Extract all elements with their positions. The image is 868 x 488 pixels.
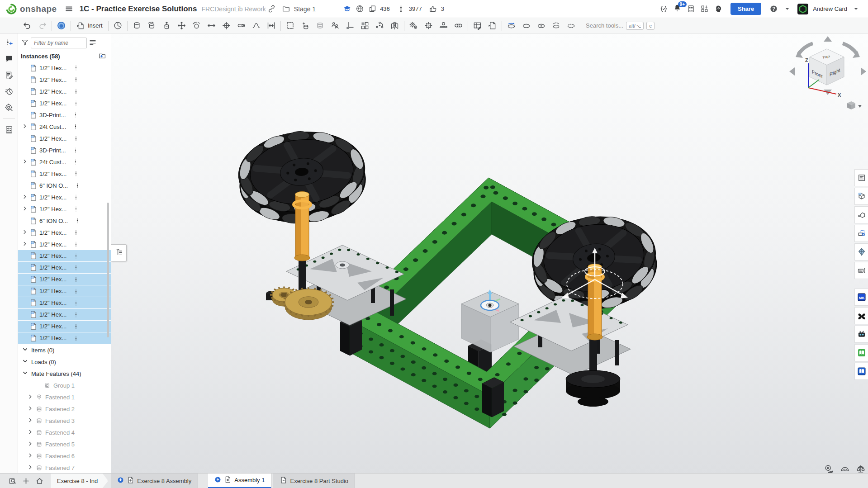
- redo-icon[interactable]: [35, 19, 50, 32]
- circular-pattern-icon[interactable]: [372, 19, 387, 32]
- chevron-down-icon[interactable]: [22, 346, 31, 354]
- instance-row[interactable]: 6" ION O...: [18, 215, 111, 227]
- instance-menu-icon[interactable]: [73, 204, 79, 213]
- gem-app-icon[interactable]: [854, 243, 868, 261]
- instance-menu-icon[interactable]: [73, 251, 79, 261]
- avatar[interactable]: [797, 4, 808, 14]
- replicate-icon[interactable]: [327, 19, 342, 32]
- mass-properties-icon[interactable]: [856, 464, 866, 473]
- instance-menu-icon[interactable]: [72, 146, 79, 155]
- copy-link-icon[interactable]: [266, 3, 278, 15]
- chevron-right-icon[interactable]: [27, 405, 34, 412]
- chevron-right-icon[interactable]: [22, 229, 29, 236]
- instance-row[interactable]: 1/2" Hex...: [18, 203, 111, 215]
- instance-row[interactable]: 1/2" Hex...: [18, 62, 111, 74]
- rack-relation-icon[interactable]: [421, 19, 436, 32]
- release-notes-icon[interactable]: [0, 67, 18, 83]
- mate-feature-row[interactable]: Fastened 6: [18, 450, 111, 462]
- tree-flyout-button[interactable]: [111, 244, 127, 261]
- instance-menu-icon[interactable]: [73, 228, 79, 237]
- blue-library-app-icon[interactable]: [854, 363, 868, 380]
- mate-feature-row[interactable]: Fastened 5: [18, 438, 111, 450]
- home-icon[interactable]: [33, 474, 46, 488]
- chevron-right-icon[interactable]: [27, 393, 34, 401]
- instance-row[interactable]: 1/2" Hex...: [18, 74, 111, 85]
- likes-icon[interactable]: [427, 3, 439, 15]
- pin-slot-mate-icon[interactable]: [204, 19, 219, 32]
- onshape-logo[interactable]: onshape: [5, 3, 57, 15]
- tab-exercise-8-part-studio[interactable]: Exercise 8 Part Studio: [273, 474, 355, 488]
- instance-row[interactable]: 1/2" Hex...: [18, 262, 111, 274]
- comments-icon[interactable]: [0, 51, 18, 67]
- instance-menu-icon[interactable]: [73, 193, 79, 202]
- breadcrumb[interactable]: Stage 1: [280, 3, 316, 15]
- instance-menu-icon[interactable]: [73, 169, 79, 178]
- explode-step-icon[interactable]: [519, 19, 534, 32]
- linear-pattern-icon[interactable]: [357, 19, 372, 32]
- instance-menu-icon[interactable]: [72, 110, 79, 119]
- instance-row[interactable]: 1/2" Hex...: [18, 168, 111, 180]
- width-mate-icon[interactable]: [264, 19, 279, 32]
- create-drawing-icon[interactable]: [485, 19, 500, 32]
- chevron-right-icon[interactable]: [22, 123, 29, 130]
- instance-row[interactable]: 1/2" Hex...: [18, 238, 111, 250]
- fastened-mate-icon[interactable]: [129, 19, 144, 32]
- where-used-icon[interactable]: [0, 99, 18, 116]
- filter-icon[interactable]: [21, 38, 29, 48]
- tab-exercise-8-assembly[interactable]: Exercise 8 Assembly: [111, 474, 198, 488]
- chevron-down-icon[interactable]: [22, 358, 31, 366]
- mate-feature-row[interactable]: Fastened 1: [18, 391, 111, 403]
- user-menu-caret-icon[interactable]: [850, 3, 862, 15]
- robot-app-icon[interactable]: [854, 326, 868, 343]
- instance-menu-icon[interactable]: [73, 310, 79, 319]
- instance-row[interactable]: 1/2" Hex...: [18, 274, 111, 285]
- share-button[interactable]: Share: [730, 3, 761, 15]
- tab-assembly-1[interactable]: Assembly 1: [208, 474, 271, 488]
- tab-exercise-8-ind[interactable]: Exercise 8 - Ind: [51, 474, 108, 488]
- chevron-right-icon[interactable]: [27, 429, 34, 436]
- instance-row[interactable]: 24t Cust...: [18, 156, 111, 168]
- add-subassembly-icon[interactable]: [98, 52, 106, 61]
- instance-menu-icon[interactable]: [73, 334, 79, 343]
- chevron-right-icon[interactable]: [22, 241, 29, 248]
- feature-list-icon[interactable]: [854, 169, 868, 186]
- instance-menu-icon[interactable]: [73, 75, 79, 84]
- assembly-3d-model[interactable]: [111, 33, 868, 473]
- parts-cube-icon[interactable]: [854, 188, 868, 205]
- panel-scrollbar[interactable]: [107, 203, 109, 337]
- help-icon[interactable]: [768, 3, 779, 15]
- loads-section[interactable]: Loads (0): [18, 356, 111, 368]
- chevron-right-icon[interactable]: [27, 417, 34, 424]
- view-options-dropdown[interactable]: [847, 101, 862, 109]
- main-menu-icon[interactable]: [63, 3, 75, 15]
- protractor-icon[interactable]: [840, 464, 850, 473]
- mate-feature-row[interactable]: Fastened 3: [18, 415, 111, 426]
- instance-menu-icon[interactable]: [73, 87, 79, 96]
- instance-row[interactable]: 1/2" Hex...: [18, 297, 111, 309]
- instance-row[interactable]: 1/2" Hex...: [18, 227, 111, 238]
- mate-connector-icon[interactable]: [298, 19, 313, 32]
- instance-row[interactable]: 1/2" Hex...: [18, 285, 111, 297]
- rotate-right-step-arrow[interactable]: [861, 67, 866, 76]
- chevron-right-icon[interactable]: [27, 464, 34, 471]
- parallel-mate-icon[interactable]: [234, 19, 249, 32]
- rotate-left-arrow[interactable]: [798, 43, 813, 54]
- rotate-up-arrow[interactable]: [824, 36, 832, 42]
- mate-features-section[interactable]: Mate Features (44): [18, 368, 111, 379]
- undo-icon[interactable]: [20, 19, 35, 32]
- chevron-right-icon[interactable]: [22, 158, 29, 166]
- instance-menu-icon[interactable]: [73, 63, 79, 72]
- instance-menu-icon[interactable]: [72, 157, 79, 166]
- green-library-app-icon[interactable]: [854, 344, 868, 361]
- instance-row[interactable]: 1/2" Hex...: [18, 332, 111, 344]
- graphics-viewport[interactable]: Top Front Right Z X MK: [111, 33, 868, 473]
- instance-menu-icon[interactable]: [73, 240, 79, 249]
- instance-row[interactable]: 24t Cust...: [18, 121, 111, 133]
- learning-center-icon[interactable]: [712, 3, 724, 15]
- instance-menu-icon[interactable]: [73, 134, 79, 143]
- instance-menu-icon[interactable]: [72, 122, 79, 131]
- search-tools[interactable]: Search tools... alt/⌥ c: [586, 18, 655, 33]
- filter-input[interactable]: [31, 38, 87, 48]
- instance-row[interactable]: 1/2" Hex...: [18, 133, 111, 144]
- mate-feature-row[interactable]: Fastened 7: [18, 462, 111, 474]
